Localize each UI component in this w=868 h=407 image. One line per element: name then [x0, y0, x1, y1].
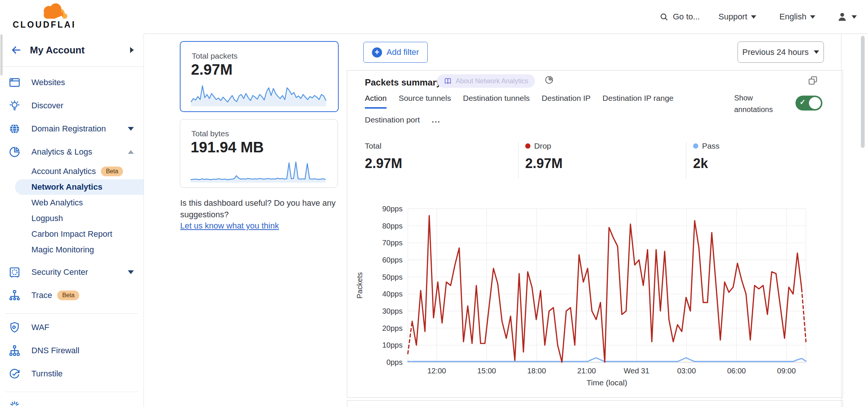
cloudflare-logo[interactable]: CLOUDFLARE [7, 2, 74, 31]
total-bytes-card[interactable]: Total bytes 191.94 MB [180, 119, 338, 188]
time-range-label: Previous 24 hours [742, 47, 809, 57]
chevron-right-icon[interactable] [130, 47, 134, 53]
sidebar-item-label: Domain Registration [31, 124, 106, 134]
tab-destination-tunnels[interactable]: Destination tunnels [463, 94, 530, 109]
tab-action[interactable]: Action [365, 94, 387, 109]
stats-row: Total2.97MDrop2.97MPass2k [365, 142, 825, 179]
stat-drop: Drop2.97M [518, 142, 686, 179]
book-icon [444, 77, 452, 85]
goto-label: Go to... [673, 12, 700, 22]
tab-destination-ip[interactable]: Destination IP [542, 94, 591, 109]
stat-total: Total2.97M [365, 142, 518, 179]
chevron-down-icon [810, 15, 815, 19]
y-tick-label: 30pps [382, 307, 403, 315]
sidebar-scrollbar-thumb[interactable] [0, 34, 3, 75]
language-menu[interactable]: English [779, 0, 815, 34]
sidebar-item-account-analytics[interactable]: Account AnalyticsBeta [0, 164, 144, 179]
feedback-link[interactable]: Let us know what you think [180, 221, 279, 231]
total-packets-card[interactable]: Total packets 2.97M [180, 41, 339, 112]
x-tick-label: 15:00 [477, 367, 496, 375]
sidebar-item-label: Turnstile [31, 369, 63, 379]
sidebar-divider [5, 392, 138, 392]
sidebar-divider [5, 313, 138, 314]
sidebar-item-waf[interactable]: WAF [0, 316, 144, 339]
about-network-analytics-pill[interactable]: About Network Analytics [437, 74, 535, 88]
dns-icon [8, 344, 23, 357]
top-bar: CLOUDFLARE Go to... Support English [0, 0, 868, 34]
tab-destination-port[interactable]: Destination port [365, 115, 420, 129]
beta-badge: Beta [101, 167, 123, 176]
packets-sparkline [190, 83, 327, 107]
toggle-knob [809, 97, 821, 109]
sidebar-item-trace[interactable]: TraceBeta [0, 284, 144, 307]
sidebar-item-security-center[interactable]: Security Center [0, 261, 144, 284]
back-arrow-icon[interactable] [10, 44, 22, 56]
stat-pass: Pass2k [686, 142, 820, 179]
packets-time-series-chart: 0pps10pps20pps30pps40pps50pps60pps70pps8… [347, 198, 842, 392]
pie-chart-icon[interactable] [544, 75, 554, 86]
sidebar-item-discover[interactable]: Discover [0, 94, 144, 117]
sidebar-item-turnstile[interactable]: Turnstile [0, 362, 144, 385]
plus-circle-icon: + [372, 47, 382, 58]
sidebar-item-magic-monitoring[interactable]: Magic Monitoring [0, 242, 144, 258]
language-label: English [779, 12, 806, 22]
account-menu[interactable] [837, 0, 857, 34]
sidebar-item-label: WAF [31, 323, 49, 332]
sidebar-item-logpush[interactable]: Logpush [0, 211, 144, 226]
sidebar-item-websites[interactable]: Websites [0, 71, 144, 94]
sidebar-item-web-analytics[interactable]: Web Analytics [0, 195, 144, 211]
packets-summary-panel: Packets summary About Network Analytics … [347, 70, 843, 398]
sidebar-item-analytics-logs[interactable]: Analytics & Logs [0, 140, 144, 164]
drop-legend-dot [525, 143, 530, 149]
x-tick-label: 18:00 [527, 367, 546, 375]
sidebar-item-label: Security Center [31, 267, 88, 277]
beta-badge: Beta [57, 291, 79, 300]
pie-icon [8, 146, 23, 158]
add-filter-button[interactable]: + Add filter [363, 42, 428, 63]
trace-icon [8, 289, 23, 302]
stat-value: 2k [693, 156, 820, 171]
y-tick-label: 20pps [382, 324, 403, 332]
search-icon [659, 12, 669, 22]
account-name[interactable]: My Account [30, 44, 84, 56]
x-tick-label: 03:00 [677, 367, 696, 375]
page-scrollbar-thumb[interactable] [861, 36, 865, 148]
goto-search[interactable]: Go to... [659, 0, 700, 34]
tab-destination-ip-range[interactable]: Destination IP range [603, 94, 674, 109]
y-tick-label: 90pps [382, 205, 403, 213]
sidebar-item-domain-registration[interactable]: Domain Registration [0, 117, 144, 140]
tab-source-tunnels[interactable]: Source tunnels [398, 94, 451, 109]
y-tick-label: 70pps [382, 239, 403, 247]
sidebar-item-carbon-impact-report[interactable]: Carbon Impact Report [0, 226, 144, 242]
sidebar-item-label: Network Analytics [31, 182, 102, 192]
show-annotations-toggle[interactable]: ✓ [795, 96, 822, 111]
support-menu[interactable]: Support [718, 0, 756, 34]
sidebar-item-label: Websites [31, 78, 65, 87]
sidebar-item-item[interactable] [0, 394, 144, 407]
pass-line [412, 358, 806, 361]
time-range-dropdown[interactable]: Previous 24 hours [738, 41, 824, 63]
dimension-tabs: ActionSource tunnelsDestination tunnelsD… [365, 94, 705, 129]
chevron-up-icon [128, 150, 134, 154]
card-value: 2.97M [191, 61, 233, 78]
card-value: 191.94 MB [191, 139, 264, 156]
next-panel-stub [347, 400, 843, 407]
sidebar-item-label: Account Analytics [31, 167, 96, 176]
sidebar-nav: WebsitesDiscoverDomain RegistrationAnaly… [0, 71, 144, 407]
shield-gear-icon [8, 321, 23, 334]
sidebar-item-dns-firewall[interactable]: DNS Firewall [0, 339, 144, 362]
sidebar-item-network-analytics[interactable]: Network Analytics [15, 179, 144, 195]
browser-icon [8, 76, 23, 89]
x-tick-label: 12:00 [427, 367, 446, 375]
rays-icon [8, 400, 23, 407]
check-icon: ✓ [800, 98, 806, 106]
y-tick-label: 0pps [387, 358, 403, 366]
chevron-down-icon [128, 127, 134, 131]
svg-text:CLOUDFLARE: CLOUDFLARE [13, 20, 74, 29]
expand-panel-icon[interactable] [807, 75, 819, 88]
stat-label: Drop [534, 142, 551, 150]
y-tick-label: 50pps [382, 273, 403, 281]
stat-value: 2.97M [525, 156, 686, 171]
chevron-down-icon [852, 15, 857, 19]
tab-more[interactable]: ... [432, 115, 441, 129]
